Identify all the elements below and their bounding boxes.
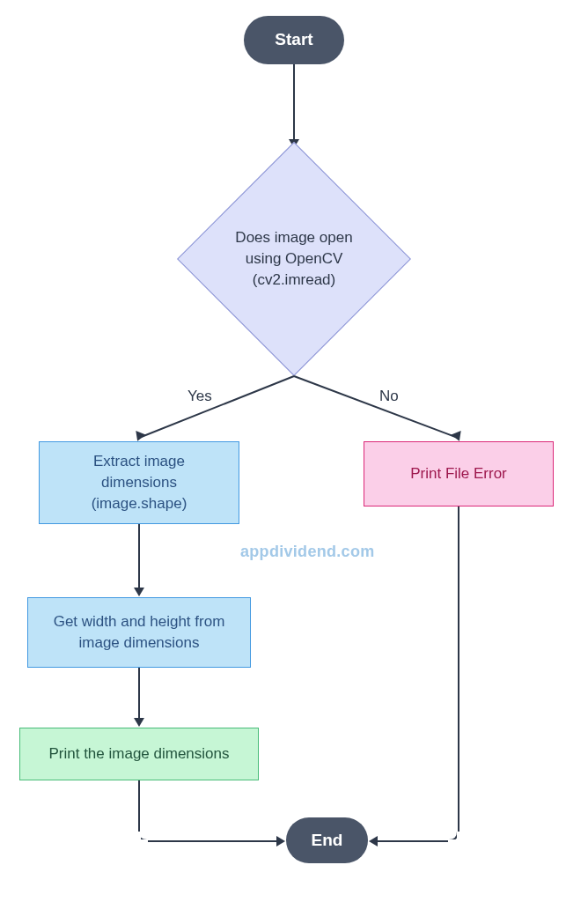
start-label: Start bbox=[275, 28, 312, 52]
arrowhead-icon bbox=[134, 718, 144, 727]
edge-error-end-v bbox=[458, 506, 459, 841]
extract-line2: dimensions bbox=[101, 474, 177, 491]
getwh-line1: Get width and height from bbox=[54, 613, 225, 630]
no-label: No bbox=[377, 388, 401, 405]
extract-text: Extract image dimensions (image.shape) bbox=[92, 451, 187, 514]
edge-getwh-print bbox=[138, 668, 140, 721]
decision-line2: using OpenCV bbox=[246, 250, 343, 267]
getwh-node: Get width and height from image dimensio… bbox=[27, 597, 251, 668]
start-node: Start bbox=[244, 16, 344, 64]
decision-line1: Does image open bbox=[235, 229, 352, 246]
edge-extract-getwh bbox=[138, 524, 140, 590]
extract-line3: (image.shape) bbox=[92, 495, 187, 512]
end-node: End bbox=[286, 817, 368, 863]
watermark-text: appdividend.com bbox=[240, 543, 375, 561]
extract-node: Extract image dimensions (image.shape) bbox=[39, 441, 239, 524]
edge-start-decision bbox=[293, 64, 295, 142]
getwh-line2: image dimensions bbox=[78, 634, 199, 651]
decision-text: Does image open using OpenCV (cv2.imread… bbox=[224, 227, 364, 290]
arrowhead-icon bbox=[134, 588, 144, 596]
error-node: Print File Error bbox=[364, 441, 554, 506]
decision-node: Does image open using OpenCV (cv2.imread… bbox=[211, 176, 377, 342]
getwh-text: Get width and height from image dimensio… bbox=[54, 611, 225, 654]
yes-label: Yes bbox=[185, 388, 215, 405]
extract-line1: Extract image bbox=[93, 453, 185, 469]
print-text: Print the image dimensions bbox=[48, 743, 229, 765]
edge-error-end-h bbox=[376, 840, 459, 842]
decision-line3: (cv2.imread) bbox=[253, 271, 335, 288]
print-node: Print the image dimensions bbox=[19, 728, 259, 780]
end-label: End bbox=[312, 829, 343, 853]
edge-print-end-h bbox=[138, 840, 279, 842]
arrowhead-icon bbox=[276, 836, 285, 847]
svg-line-1 bbox=[294, 376, 458, 438]
error-text: Print File Error bbox=[410, 463, 507, 484]
svg-line-0 bbox=[139, 376, 294, 438]
arrowhead-icon bbox=[369, 836, 378, 847]
